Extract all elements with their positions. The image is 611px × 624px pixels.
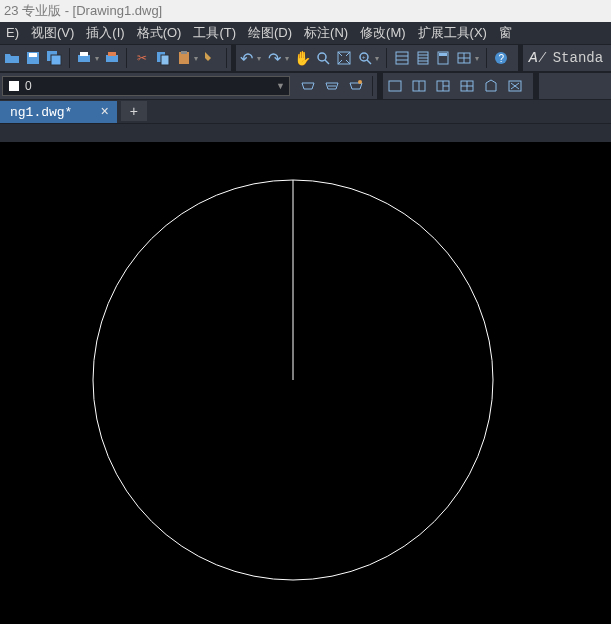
divider	[533, 72, 539, 100]
cut-icon[interactable]: ✂	[132, 47, 151, 69]
menu-insert[interactable]: 插入(I)	[80, 22, 130, 44]
svg-marker-43	[486, 80, 496, 91]
viewport-3-icon[interactable]	[432, 75, 454, 97]
svg-rect-4	[78, 55, 90, 62]
viewport-4-icon[interactable]	[456, 75, 478, 97]
layer-combo[interactable]: 0 ▼	[2, 76, 290, 96]
close-tab-icon[interactable]: ×	[100, 104, 108, 120]
layer-prev-icon[interactable]	[297, 75, 319, 97]
svg-line-13	[325, 60, 329, 64]
match-icon[interactable]	[202, 47, 221, 69]
layer-color-swatch	[9, 81, 19, 91]
plus-icon: +	[130, 103, 138, 119]
separator	[486, 48, 487, 68]
text-style-name: Standa	[553, 50, 603, 66]
sheet-icon[interactable]	[413, 47, 432, 69]
menu-window[interactable]: 窗	[493, 22, 518, 44]
separator	[372, 76, 373, 96]
layer-state-icon[interactable]	[321, 75, 343, 97]
document-tab-bar: ng1.dwg* × +	[0, 100, 611, 124]
open-icon[interactable]	[3, 47, 22, 69]
menu-tools[interactable]: 工具(T)	[187, 22, 242, 44]
svg-rect-7	[108, 52, 116, 56]
title-bar: 23 专业版 - [Drawing1.dwg]	[0, 0, 611, 22]
undo-icon[interactable]: ↶	[237, 47, 256, 69]
toolbar-main: ▾ ✂ ▾ ↶ ▾ ↷ ▾ ✋ + ▾ ▾ ? A⁄ Standa	[0, 44, 611, 72]
print-icon[interactable]	[75, 47, 94, 69]
dropdown-icon[interactable]: ▾	[194, 54, 201, 63]
menu-edit[interactable]: E)	[0, 22, 25, 44]
drawing-svg	[0, 142, 611, 624]
toolbar-layers: 0 ▼	[0, 72, 611, 100]
save-icon[interactable]	[24, 47, 43, 69]
layer-iso-icon[interactable]	[345, 75, 367, 97]
svg-rect-11	[181, 51, 187, 54]
viewport-2-icon[interactable]	[408, 75, 430, 97]
chevron-down-icon: ▼	[276, 81, 285, 91]
menu-format[interactable]: 格式(O)	[131, 22, 188, 44]
document-tab-active[interactable]: ng1.dwg* ×	[0, 101, 117, 123]
separator	[69, 48, 70, 68]
svg-line-16	[367, 60, 371, 64]
svg-rect-6	[106, 55, 118, 62]
svg-rect-26	[439, 53, 447, 56]
pan-icon[interactable]: ✋	[293, 47, 312, 69]
svg-rect-18	[396, 52, 408, 64]
svg-text:?: ?	[499, 53, 505, 64]
dropdown-icon[interactable]: ▾	[285, 54, 292, 63]
svg-point-33	[358, 80, 362, 84]
dropdown-icon[interactable]: ▾	[95, 54, 102, 63]
title-text: 23 专业版 - [Drawing1.dwg]	[4, 3, 162, 18]
redo-icon[interactable]: ↷	[265, 47, 284, 69]
divider	[231, 44, 236, 72]
table-icon[interactable]	[455, 47, 474, 69]
menu-modify[interactable]: 修改(M)	[354, 22, 412, 44]
separator	[226, 48, 227, 68]
layer-name: 0	[25, 79, 32, 93]
copy-icon[interactable]	[153, 47, 172, 69]
document-tab-label: ng1.dwg*	[10, 105, 72, 120]
menu-dimension[interactable]: 标注(N)	[298, 22, 354, 44]
viewport-clip-icon[interactable]	[504, 75, 526, 97]
separator	[126, 48, 127, 68]
menu-ext-tools[interactable]: 扩展工具(X)	[412, 22, 493, 44]
menu-bar: E) 视图(V) 插入(I) 格式(O) 工具(T) 绘图(D) 标注(N) 修…	[0, 22, 611, 44]
menu-draw[interactable]: 绘图(D)	[242, 22, 298, 44]
menu-view[interactable]: 视图(V)	[25, 22, 80, 44]
svg-rect-1	[29, 53, 37, 57]
dropdown-icon[interactable]: ▾	[475, 54, 482, 63]
text-style-selector[interactable]: A⁄ Standa	[523, 50, 609, 67]
plot-icon[interactable]	[103, 47, 122, 69]
svg-rect-34	[389, 81, 401, 91]
svg-rect-9	[161, 55, 169, 65]
zoom-window-icon[interactable]	[314, 47, 333, 69]
saveall-icon[interactable]	[45, 47, 64, 69]
calc-icon[interactable]	[434, 47, 453, 69]
svg-point-12	[318, 53, 326, 61]
zoom-realtime-icon[interactable]: +	[355, 47, 374, 69]
svg-text:+: +	[362, 54, 366, 60]
paste-icon[interactable]	[174, 47, 193, 69]
svg-rect-3	[51, 55, 61, 65]
dropdown-icon[interactable]: ▾	[375, 54, 382, 63]
dropdown-icon[interactable]: ▾	[257, 54, 264, 63]
viewport-1-icon[interactable]	[384, 75, 406, 97]
text-style-icon: A⁄	[529, 50, 547, 67]
properties-icon[interactable]	[392, 47, 411, 69]
drawing-canvas[interactable]	[0, 142, 611, 624]
zoom-extents-icon[interactable]	[334, 47, 353, 69]
separator	[386, 48, 387, 68]
new-tab-button[interactable]: +	[121, 101, 147, 121]
help-icon[interactable]: ?	[492, 47, 511, 69]
svg-rect-5	[80, 52, 88, 56]
viewport-poly-icon[interactable]	[480, 75, 502, 97]
